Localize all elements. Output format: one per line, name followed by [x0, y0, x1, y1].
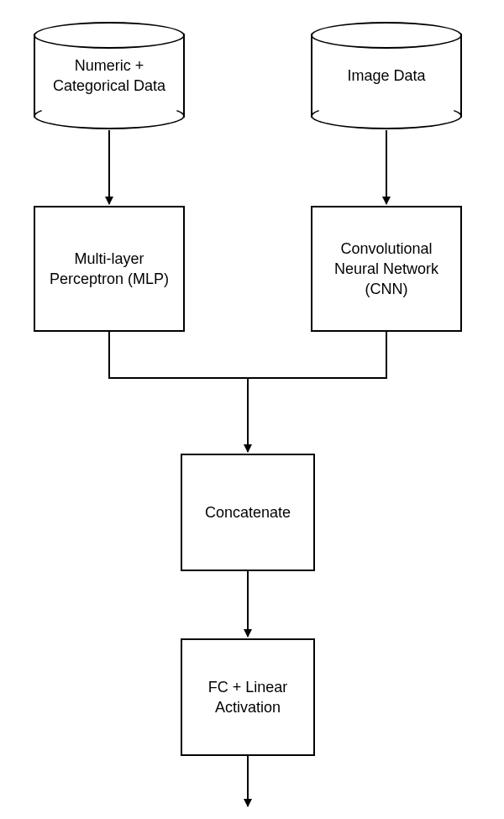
concatenate-label: Concatenate: [205, 502, 291, 522]
data-source-image-label: Image Data: [347, 66, 425, 86]
data-source-tabular: Numeric + Categorical Data: [34, 34, 185, 118]
model-cnn: Convolutional Neural Network (CNN): [311, 206, 462, 332]
fc-output-label: FC + Linear Activation: [189, 677, 307, 718]
merge-path: [109, 332, 386, 378]
model-mlp-label: Multi-layer Perceptron (MLP): [42, 249, 176, 290]
model-cnn-label: Convolutional Neural Network (CNN): [319, 239, 454, 300]
model-mlp: Multi-layer Perceptron (MLP): [34, 206, 185, 332]
fc-output-block: FC + Linear Activation: [181, 638, 315, 756]
data-source-image: Image Data: [311, 34, 462, 118]
concatenate-block: Concatenate: [181, 454, 315, 571]
data-source-tabular-label: Numeric + Categorical Data: [42, 55, 176, 97]
